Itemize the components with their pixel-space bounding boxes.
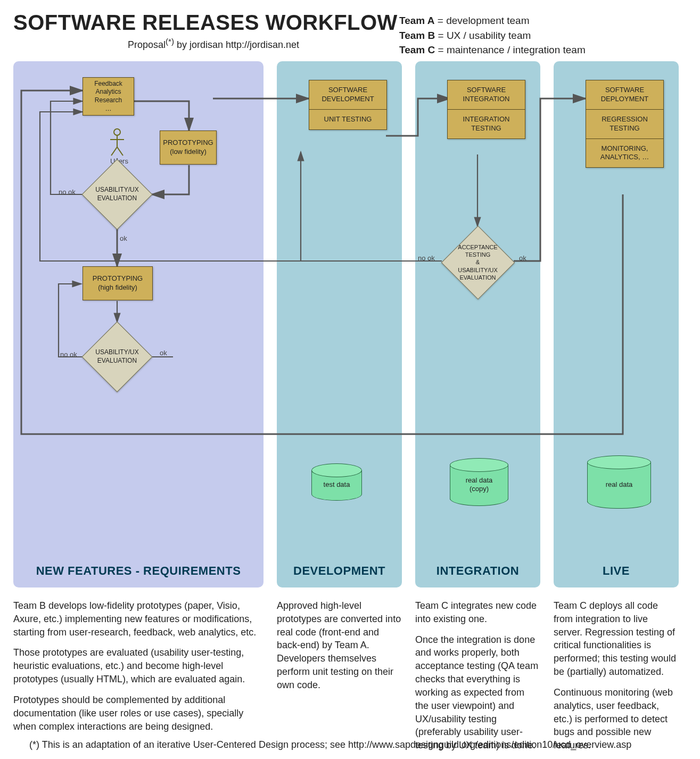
node-software-deployment: SOFTWAREDEPLOYMENT xyxy=(586,80,663,109)
actor-users-icon xyxy=(108,128,126,157)
node-ux-eval-1: USABILITY/UXEVALUATION xyxy=(83,160,152,229)
node-feedback: FeedbackAnalyticsResearch… xyxy=(83,77,134,116)
ux-eval-2-text: USABILITY/UXEVALUATION xyxy=(83,322,152,391)
page-title: SOFTWARE RELEASES WORKFLOW xyxy=(13,11,687,35)
lane-development: DEVELOPMENT xyxy=(277,61,402,587)
d1-p1: Team B develops low-fidelity prototypes … xyxy=(13,599,263,639)
cylinder-real-data: real data xyxy=(587,455,651,509)
lane-descriptions: Team B develops low-fidelity prototypes … xyxy=(13,599,687,759)
workflow-diagram: SOFTWARE RELEASES WORKFLOW Proposal(*) b… xyxy=(0,0,700,759)
d1-p2: Those prototypes are evaluated (usabilit… xyxy=(13,646,263,685)
node-regression-testing: REGRESSION TESTING xyxy=(586,109,663,138)
d1-p3: Prototypes should be complemented by add… xyxy=(13,693,263,733)
svg-line-3 xyxy=(111,147,117,156)
edge-no-ok-1: no ok xyxy=(59,188,76,196)
subtitle-sup: (*) xyxy=(166,37,174,46)
node-acceptance-testing: ACCEPTANCETESTING&USABILITY/UXEVALUATION xyxy=(442,226,514,298)
node-unit-testing: UNIT TESTING xyxy=(309,109,386,129)
node-integration-testing: INTEGRATIONTESTING xyxy=(448,109,525,138)
legend-c-label: Team C xyxy=(399,44,435,55)
lane1-title: NEW FEATURES - REQUIREMENTS xyxy=(13,564,263,578)
team-legend: Team A = development team Team B = UX / … xyxy=(399,13,586,58)
subtitle-by: by jordisan xyxy=(174,39,226,50)
acceptance-text: ACCEPTANCETESTING&USABILITY/UXEVALUATION xyxy=(442,226,514,298)
cylinder-real-data-copy: real data(copy) xyxy=(450,458,508,506)
cylinder-test-data: test data xyxy=(311,463,362,501)
edge-ok-1: ok xyxy=(120,234,127,242)
desc-development: Approved high-level prototypes are conve… xyxy=(277,599,402,759)
swimlanes: NEW FEATURES - REQUIREMENTS DEVELOPMENT … xyxy=(13,61,687,587)
lane-integration: INTEGRATION xyxy=(415,61,540,587)
footnote: (*) This is an adaptation of an iterativ… xyxy=(29,739,631,750)
node-prototyping-high: PROTOTYPING(high fidelity) xyxy=(83,266,153,300)
node-monitoring: MONITORING,ANALYTICS, … xyxy=(586,138,663,168)
desc-live: Team C deploys all code from integration… xyxy=(554,599,679,759)
node-prototyping-low: PROTOTYPING(low fidelity) xyxy=(160,130,217,165)
subtitle-url: http://jordisan.net xyxy=(226,39,299,50)
node-development-stack: SOFTWAREDEVELOPMENT UNIT TESTING xyxy=(309,80,387,130)
edge-no-ok-3: no ok xyxy=(418,254,435,262)
cyl-copy-text: real data(copy) xyxy=(450,463,508,506)
legend-a-desc: = development team xyxy=(435,15,530,26)
legend-c-desc: = maintenance / integration team xyxy=(435,44,586,55)
d4-p1: Team C deploys all code from integration… xyxy=(554,599,679,679)
svg-line-4 xyxy=(117,147,123,156)
edge-no-ok-2: no ok xyxy=(60,350,77,358)
d3-p1: Team C integrates new code into existing… xyxy=(415,599,540,626)
desc-integration: Team C integrates new code into existing… xyxy=(415,599,540,759)
legend-b-label: Team B xyxy=(399,30,435,41)
edge-ok-2: ok xyxy=(160,349,167,357)
d3-p2: Once the integration is done and works p… xyxy=(415,633,540,752)
cyl-test-text: test data xyxy=(311,469,362,501)
node-software-integration: SOFTWAREINTEGRATION xyxy=(448,80,525,109)
lane4-title: LIVE xyxy=(554,564,679,578)
subtitle-prefix: Proposal xyxy=(128,39,166,50)
node-software-development: SOFTWAREDEVELOPMENT xyxy=(309,80,386,109)
cyl-real-text: real data xyxy=(587,461,651,509)
legend-b-desc: = UX / usability team xyxy=(435,30,531,41)
lane3-title: INTEGRATION xyxy=(415,564,540,578)
lane2-title: DEVELOPMENT xyxy=(277,564,402,578)
node-ux-eval-2: USABILITY/UXEVALUATION xyxy=(83,322,152,391)
ux-eval-1-text: USABILITY/UXEVALUATION xyxy=(83,160,152,229)
edge-ok-3: ok xyxy=(519,254,526,262)
legend-a-label: Team A xyxy=(399,15,435,26)
svg-point-0 xyxy=(114,129,120,135)
node-live-stack: SOFTWAREDEPLOYMENT REGRESSION TESTING MO… xyxy=(586,80,664,168)
d2-p1: Approved high-level prototypes are conve… xyxy=(277,599,402,692)
desc-requirements: Team B develops low-fidelity prototypes … xyxy=(13,599,263,759)
node-integration-stack: SOFTWAREINTEGRATION INTEGRATIONTESTING xyxy=(447,80,525,139)
